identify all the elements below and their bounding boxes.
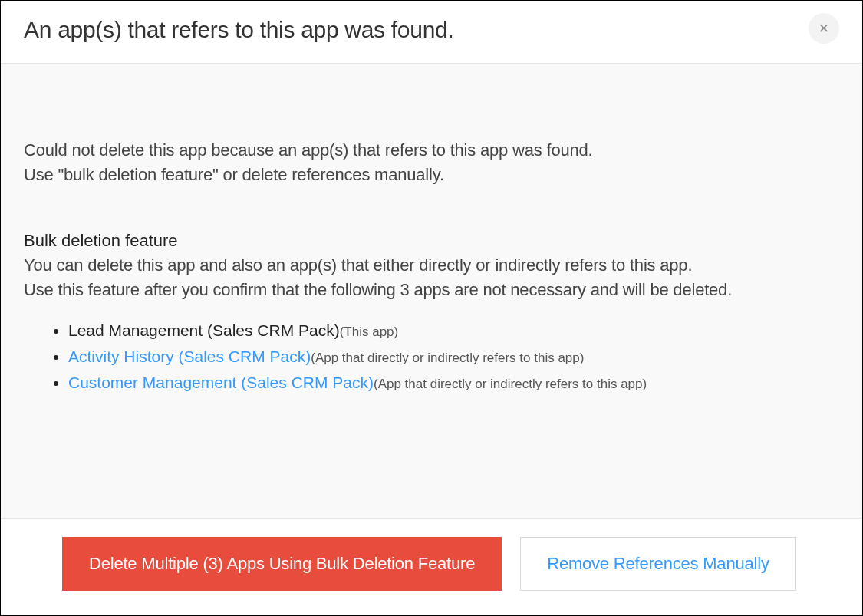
close-button[interactable]: × (809, 13, 839, 44)
app-name: Lead Management (Sales CRM Pack) (68, 321, 340, 339)
intro-line-2: Use "bulk deletion feature" or delete re… (24, 165, 839, 185)
intro-line-1: Could not delete this app because an app… (24, 140, 839, 160)
app-link[interactable]: Customer Management (Sales CRM Pack) (68, 374, 374, 391)
bulk-deletion-section: Bulk deletion feature You can delete thi… (24, 231, 839, 392)
list-item: Customer Management (Sales CRM Pack)(App… (68, 374, 839, 392)
bulk-delete-button[interactable]: Delete Multiple (3) Apps Using Bulk Dele… (62, 537, 502, 591)
app-note: (This app) (340, 324, 399, 339)
app-list: Lead Management (Sales CRM Pack)(This ap… (68, 321, 839, 392)
modal-body: Could not delete this app because an app… (1, 64, 862, 518)
close-icon: × (819, 20, 829, 37)
modal-header: An app(s) that refers to this app was fo… (1, 1, 862, 64)
intro-text: Could not delete this app because an app… (24, 140, 839, 185)
bulk-deletion-heading: Bulk deletion feature (24, 231, 839, 251)
modal-dialog: An app(s) that refers to this app was fo… (0, 0, 863, 616)
app-link[interactable]: Activity History (Sales CRM Pack) (68, 348, 311, 365)
bulk-line-2: Use this feature after you confirm that … (24, 280, 839, 300)
bulk-line-1: You can delete this app and also an app(… (24, 255, 839, 275)
list-item: Activity History (Sales CRM Pack)(App th… (68, 348, 839, 366)
list-item: Lead Management (Sales CRM Pack)(This ap… (68, 321, 839, 340)
app-note: (App that directly or indirectly refers … (311, 351, 584, 365)
modal-footer: Delete Multiple (3) Apps Using Bulk Dele… (1, 518, 862, 615)
modal-title: An app(s) that refers to this app was fo… (24, 17, 453, 43)
app-note: (App that directly or indirectly refers … (374, 377, 647, 391)
remove-manually-button[interactable]: Remove References Manually (520, 537, 796, 591)
